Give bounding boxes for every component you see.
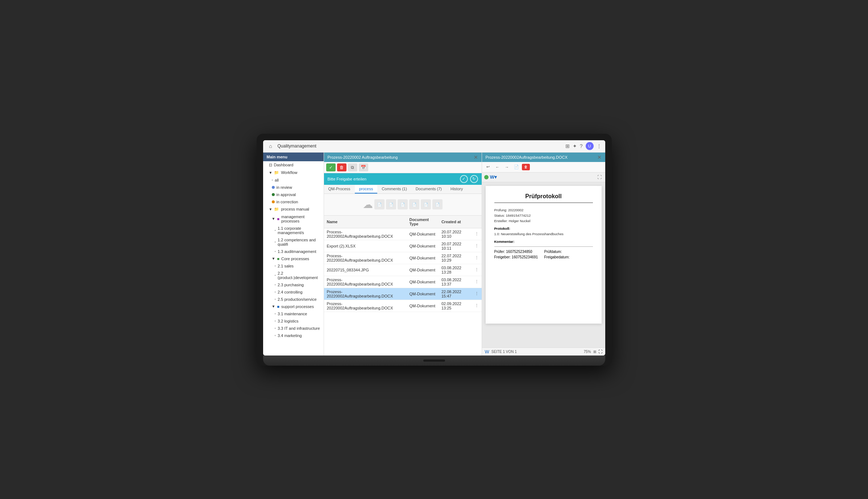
sidebar-item-label: all — [275, 178, 279, 182]
cell-more[interactable]: ⋮ — [472, 228, 481, 240]
nav-delete-button[interactable]: 🗑 — [522, 164, 530, 170]
sidebar-item-12[interactable]: ▪ 1.2 competences and qualifi — [263, 236, 324, 248]
freigabe-check-icon[interactable]: ✓ — [460, 175, 468, 183]
save-button[interactable]: ✓ — [326, 163, 336, 171]
home-button[interactable]: ⌂ — [267, 142, 275, 150]
sidebar-item-workflow[interactable]: ▼ 📁 Workflow — [263, 169, 324, 176]
table-row[interactable]: 20220715_083344.JPGQM-Dokument03.08.2022… — [324, 264, 482, 276]
sidebar-item-22[interactable]: ▪ 2.2 (product-)development — [263, 270, 324, 281]
sidebar-item-label: 3.2 logistics — [278, 319, 298, 323]
dashboard-icon: ⊡ — [269, 163, 272, 167]
mgmt-icon: ■ — [277, 217, 279, 221]
tab-documents[interactable]: Documents (7) — [411, 185, 446, 194]
sidebar-item-dashboard[interactable]: ⊡ Dashboard — [263, 161, 324, 169]
tab-qm-process[interactable]: QM-Process — [324, 185, 355, 194]
expand-button[interactable]: ⛶ — [596, 174, 603, 181]
cell-date: 03.08.2022 13:28 — [439, 264, 472, 276]
sidebar-item-33[interactable]: ▪ 3.3 IT and infrastructure — [263, 325, 324, 332]
sidebar-item-label: process manual — [281, 207, 309, 211]
sidebar-item-23[interactable]: ▪ 2.3 purchasing — [263, 281, 324, 288]
tabs-row: QM-Process process Comments (1) Document… — [324, 185, 482, 194]
word-icon-button[interactable]: W▾ — [490, 174, 498, 181]
word-status-dot — [484, 175, 489, 179]
cell-name: Process-20220002Auftragsbearbeitung.DOCX — [324, 228, 407, 240]
arrow-icon: ▼ — [272, 304, 275, 308]
cell-name: 20220715_083344.JPG — [324, 264, 407, 276]
nav-forward-button[interactable]: → — [503, 163, 511, 171]
sidebar-item-label: 2.3 purchasing — [278, 283, 304, 287]
sidebar-item-31[interactable]: ▪ 3.1 maintenance — [263, 310, 324, 317]
nav-file-button[interactable]: 📄 — [512, 163, 520, 171]
fullscreen-button[interactable]: ⛶ — [598, 349, 602, 354]
col-name: Name — [324, 216, 407, 228]
doc-icon: ▪ — [275, 273, 276, 277]
cell-more[interactable]: ⋮ — [472, 252, 481, 264]
doc-icon: ▪ — [275, 319, 276, 323]
table-row[interactable]: Process-20220002Auftragsbearbeitung.DOCX… — [324, 228, 482, 240]
sidebar-item-21[interactable]: ▪ 2.1 sales — [263, 262, 324, 270]
sidebar-item-core-processes[interactable]: ▼ ■ Core processes — [263, 255, 324, 262]
delete-button[interactable]: 🗑 — [337, 163, 346, 171]
doc-icon: ▪ — [275, 264, 276, 268]
cell-name: Export (2).XLSX — [324, 240, 407, 252]
doc-icon: ▪ — [275, 326, 276, 330]
right-close-button[interactable]: ✕ — [597, 154, 602, 160]
tab-comments[interactable]: Comments (1) — [377, 185, 411, 194]
table-row[interactable]: Export (2).XLSXQM-Dokument20.07.2022 10:… — [324, 240, 482, 252]
sidebar-item-support-processes[interactable]: ▼ ■ support processes — [263, 303, 324, 310]
sidebar-item-process-manual[interactable]: ▼ 📁 process manual — [263, 205, 324, 213]
sidebar-item-13[interactable]: ▪ 1.3 auditmanagement — [263, 248, 324, 255]
tab-process[interactable]: process — [355, 185, 378, 194]
middle-close-button[interactable]: ✕ — [474, 154, 478, 160]
nav-back-button[interactable]: ← — [494, 163, 502, 171]
sidebar-item-all[interactable]: ▪ all — [263, 176, 324, 184]
status-value: 1849154774212 — [506, 213, 531, 217]
sidebar-item-label: in approval — [277, 192, 296, 197]
help-icon[interactable]: ? — [580, 143, 583, 149]
avatar[interactable]: U — [586, 142, 594, 150]
sidebar-item-label: 3.4 marketing — [278, 333, 302, 338]
app-title: Qualitymanagement — [278, 144, 316, 149]
nav-back-back-button[interactable]: ↩ — [484, 163, 492, 171]
doc-icon: ▪ — [275, 240, 276, 244]
gift-icon[interactable]: ✦ — [573, 143, 577, 149]
sidebar-item-management-processes[interactable]: ▼ ■ management processes — [263, 213, 324, 225]
freigabe-bar: Bitte Freigabe erteilen ✓ ↻ — [324, 173, 482, 185]
sidebar-item-25[interactable]: ▪ 2.5 production/service — [263, 296, 324, 303]
cell-more[interactable]: ⋮ — [472, 264, 481, 276]
doc-icon: ▪ — [275, 312, 276, 316]
sidebar-item-11[interactable]: ▪ 1.1 corporate management/s — [263, 225, 324, 236]
freigabedatum-label: Freigabedatum: — [544, 255, 593, 259]
table-row[interactable]: Process-20220002Auftragsbearbeitung.DOCX… — [324, 252, 482, 264]
sidebar-item-inapproval[interactable]: in approval — [263, 191, 324, 198]
sidebar-item-inreview[interactable]: in review — [263, 184, 324, 191]
sidebar-item-32[interactable]: ▪ 3.2 logistics — [263, 317, 324, 325]
doc-status: Status: 1849154774212 — [494, 213, 593, 217]
doc-placeholder-2: 📄 — [386, 199, 396, 209]
cell-more[interactable]: ⋮ — [472, 300, 481, 312]
doc-preview: Prüfprotokoll Prüfung: 20220002 Status: … — [486, 186, 602, 324]
doc-icon: ▪ — [275, 228, 276, 232]
grid-icon[interactable]: ⊞ — [565, 143, 570, 149]
cell-type: QM-Dokument — [406, 240, 438, 252]
cell-more[interactable]: ⋮ — [472, 288, 481, 300]
cell-more[interactable]: ⋮ — [472, 240, 481, 252]
calendar-button[interactable]: 📅 — [359, 163, 368, 171]
sidebar-item-label: 2.4 controlling — [278, 290, 303, 294]
table-row[interactable]: Prozess-20220002Auftragsbearbeitung.DOCX… — [324, 288, 482, 300]
copy-button[interactable]: ⧉ — [348, 163, 357, 171]
doc-table: Name Document Type Created at Process-20… — [324, 216, 482, 312]
table-row[interactable]: Prozess-20220002Auftragsbearbeitung.DOCX… — [324, 300, 482, 312]
col-actions — [472, 216, 481, 228]
table-row[interactable]: Prozess-20220002Auftragsbearbeitung.DOCX… — [324, 276, 482, 288]
page-info: SEITE 1 VON 1 — [491, 350, 517, 354]
sidebar-item-34[interactable]: ▪ 3.4 marketing — [263, 332, 324, 339]
freigabe-refresh-icon[interactable]: ↻ — [470, 175, 478, 183]
col-date: Created at — [439, 216, 472, 228]
tab-history[interactable]: History — [446, 185, 467, 194]
sidebar-item-24[interactable]: ▪ 2.4 controlling — [263, 288, 324, 296]
doc-ersteller: Ersteller: Holger Nuckel — [494, 219, 593, 223]
sidebar-item-incorrection[interactable]: in correction — [263, 198, 324, 205]
more-icon[interactable]: ⋮ — [597, 143, 602, 149]
cell-more[interactable]: ⋮ — [472, 276, 481, 288]
